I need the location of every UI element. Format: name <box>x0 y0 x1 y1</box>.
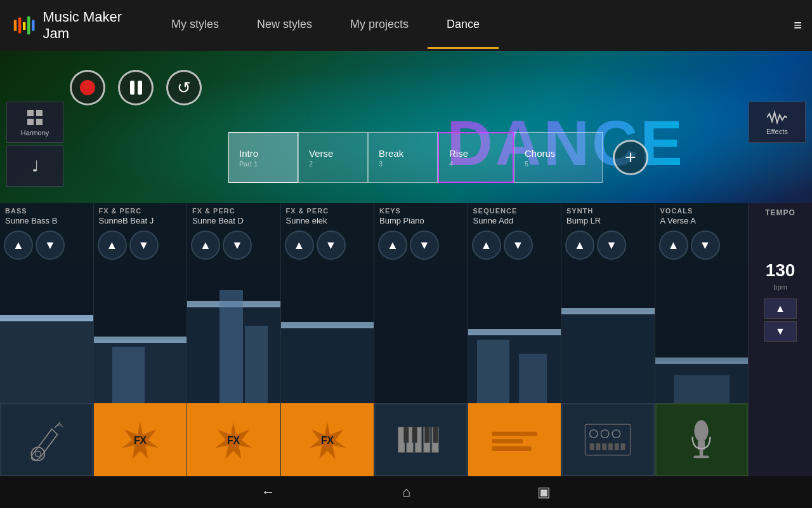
svg-rect-0 <box>14 20 16 31</box>
home-button[interactable]: ⌂ <box>402 484 410 500</box>
channel-fx1-up[interactable]: ▲ <box>98 231 127 260</box>
channel-vocals-header: VOCALS A Verse A <box>655 203 749 228</box>
channel-synth-fader[interactable] <box>561 262 655 403</box>
channel-keys-icon[interactable] <box>374 403 468 476</box>
tab-dance[interactable]: Dance <box>428 0 499 51</box>
back-button[interactable]: ← <box>261 484 275 500</box>
channel-vocals-down[interactable]: ▼ <box>691 231 720 260</box>
svg-point-35 <box>612 430 620 438</box>
channel-bass-header: BASS Sunne Bass B <box>0 203 93 228</box>
svg-rect-26 <box>412 427 417 443</box>
harmony-button[interactable]: Harmony <box>6 102 63 143</box>
channel-bass-fader[interactable] <box>0 262 93 403</box>
channel-keys-header: KEYS Bump Piano <box>374 203 468 228</box>
timeline-rise[interactable]: Rise 4 <box>438 132 514 183</box>
svg-point-34 <box>601 430 609 438</box>
timeline-add-button[interactable]: + <box>613 140 648 175</box>
channel-fx2-up[interactable]: ▲ <box>191 231 220 260</box>
timeline-break-label: Break <box>379 148 427 159</box>
effects-button[interactable]: Effects <box>749 102 806 143</box>
channel-fx2-fader[interactable] <box>187 262 280 403</box>
channel-sequence: SEQUENCE Sunne Add ▲ ▼ <box>468 203 562 476</box>
svg-rect-37 <box>590 443 594 450</box>
tempo-down-button[interactable]: ▼ <box>764 321 797 342</box>
channel-fx2-down[interactable]: ▼ <box>223 231 252 260</box>
channel-bass-type: BASS <box>5 207 88 215</box>
tab-new-styles[interactable]: New styles <box>238 0 331 51</box>
channel-fx3-fader[interactable] <box>281 262 374 403</box>
channel-keys-fader[interactable] <box>374 262 468 403</box>
channel-bass-down[interactable]: ▼ <box>36 231 65 260</box>
channel-synth-down[interactable]: ▼ <box>597 231 626 260</box>
fx3-starburst-icon: FX <box>305 418 350 462</box>
timeline: Intro Part 1 Verse 2 Break 3 Rise 4 Chor… <box>228 132 648 183</box>
channel-vocals-up[interactable]: ▲ <box>659 231 688 260</box>
fx-starburst-icon: FX <box>118 418 162 462</box>
notes-button[interactable]: ♩ <box>6 145 63 187</box>
channel-sequence-fader[interactable] <box>468 262 561 403</box>
recent-apps-button[interactable]: ▣ <box>537 484 551 500</box>
channel-sequence-arrows: ▲ ▼ <box>468 228 561 262</box>
timeline-chorus[interactable]: Chorus 5 <box>514 132 603 183</box>
timeline-intro[interactable]: Intro Part 1 <box>228 132 298 183</box>
svg-point-10 <box>36 451 41 457</box>
timeline-break[interactable]: Break 3 <box>368 132 438 183</box>
channel-fx1: FX & PERC SunneB Beat J ▲ ▼ FX <box>94 203 188 476</box>
guitar-icon <box>24 418 69 462</box>
record-button[interactable] <box>70 70 105 105</box>
fx2-starburst-icon: FX <box>211 418 256 462</box>
channel-vocals: VOCALS A Verse A ▲ ▼ <box>655 203 749 476</box>
side-right-panel: Effects <box>749 102 806 143</box>
svg-rect-3 <box>27 17 30 34</box>
svg-rect-38 <box>596 443 601 450</box>
channel-fx3-name: Sunne elek <box>286 216 369 225</box>
channel-fx1-down[interactable]: ▼ <box>129 231 159 260</box>
channel-vocals-name: A Verse A <box>660 216 743 225</box>
svg-rect-42 <box>621 443 625 450</box>
loop-button[interactable]: ↺ <box>166 70 202 105</box>
app-logo-icon <box>13 13 35 38</box>
svg-text:FX: FX <box>134 435 147 446</box>
channel-fx3-icon[interactable]: FX <box>281 403 374 476</box>
channel-keys-down[interactable]: ▼ <box>410 231 439 260</box>
menu-icon[interactable]: ≡ <box>794 17 802 34</box>
channel-bass-icon[interactable] <box>0 403 93 476</box>
channel-sequence-down[interactable]: ▼ <box>504 231 533 260</box>
svg-rect-6 <box>36 110 43 116</box>
channel-vocals-fader[interactable] <box>655 262 749 403</box>
pause-button[interactable] <box>118 70 154 105</box>
channel-sequence-up[interactable]: ▲ <box>472 231 501 260</box>
channel-sequence-type: SEQUENCE <box>473 207 556 215</box>
channel-fx1-arrows: ▲ ▼ <box>94 228 187 262</box>
channel-keys-arrows: ▲ ▼ <box>374 228 468 262</box>
channel-synth-icon[interactable] <box>561 403 655 476</box>
channel-fx1-fader[interactable] <box>94 262 187 403</box>
svg-rect-39 <box>602 443 606 450</box>
app-title: Music Maker Jam <box>43 9 140 42</box>
channel-sequence-icon[interactable] <box>468 403 561 476</box>
svg-rect-7 <box>27 119 34 125</box>
channel-synth-name: Bump LR <box>566 216 650 225</box>
tab-my-styles[interactable]: My styles <box>152 0 238 51</box>
harmony-label: Harmony <box>21 129 49 137</box>
channel-fx1-icon[interactable]: FX <box>94 403 187 476</box>
channel-bass-name: Sunne Bass B <box>5 216 88 225</box>
tempo-arrows: ▲ ▼ <box>764 298 797 342</box>
tab-my-projects[interactable]: My projects <box>331 0 428 51</box>
channel-fx3-type: FX & PERC <box>286 207 369 215</box>
channel-vocals-icon[interactable] <box>655 403 749 476</box>
channel-synth-up[interactable]: ▲ <box>565 231 594 260</box>
svg-rect-8 <box>36 119 43 125</box>
notes-icon: ♩ <box>32 157 39 175</box>
mixer: BASS Sunne Bass B ▲ ▼ FX & PERC SunneB <box>0 203 812 476</box>
channel-keys-up[interactable]: ▲ <box>378 231 407 260</box>
channel-fx2-icon[interactable]: FX <box>187 403 280 476</box>
timeline-chorus-part: 5 <box>525 160 592 168</box>
tempo-up-button[interactable]: ▲ <box>764 298 797 319</box>
channel-fx3-up[interactable]: ▲ <box>285 231 314 260</box>
pause-icon <box>130 81 142 95</box>
channel-bass-up[interactable]: ▲ <box>4 231 33 260</box>
channel-fx3-down[interactable]: ▼ <box>317 231 346 260</box>
timeline-verse[interactable]: Verse 2 <box>298 132 368 183</box>
timeline-intro-label: Intro <box>239 148 287 159</box>
